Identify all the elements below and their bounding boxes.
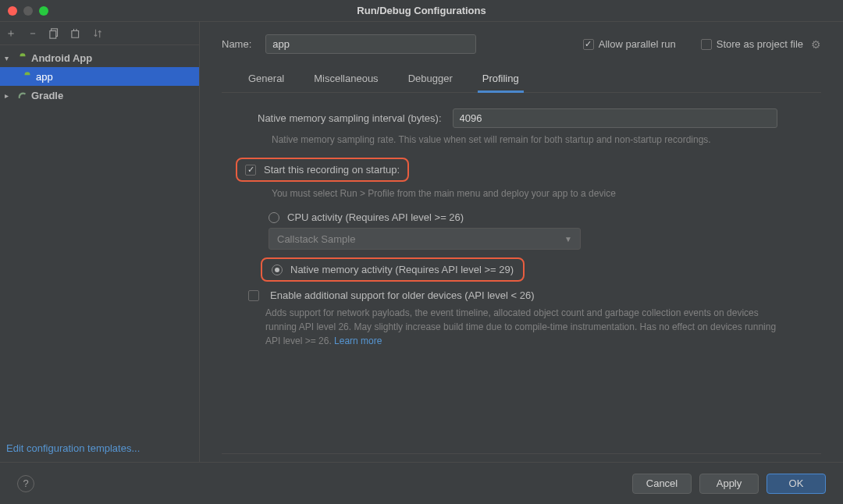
sort-config-icon[interactable] <box>92 27 105 40</box>
radio-cpu-label: CPU activity (Requires API level >= 26) <box>287 211 464 223</box>
sampling-hint: Native memory sampling rate. This value … <box>272 133 777 147</box>
learn-more-link[interactable]: Learn more <box>334 335 382 346</box>
gear-icon[interactable]: ⚙ <box>811 38 821 51</box>
radio-native-label: Native memory activity (Requires API lev… <box>290 264 514 275</box>
apply-button[interactable]: Apply <box>699 474 759 494</box>
checkbox-checked-icon <box>583 39 594 50</box>
store-project-checkbox[interactable]: Store as project file ⚙ <box>701 38 821 51</box>
sampling-interval-input[interactable] <box>453 108 777 128</box>
save-config-icon[interactable] <box>70 27 83 40</box>
chevron-down-icon: ▼ <box>564 235 572 243</box>
svg-rect-1 <box>50 30 56 38</box>
tree-item-label: Android App <box>31 52 92 64</box>
android-icon <box>17 52 28 63</box>
minimize-window-icon <box>23 6 33 16</box>
tree-item-android-app[interactable]: ▾ Android App <box>0 48 199 67</box>
checkbox-icon <box>701 39 712 50</box>
configurations-dialog: Run/Debug Configurations ＋ － ▾ <box>0 0 843 504</box>
tree-item-gradle[interactable]: ▸ Gradle <box>0 86 199 105</box>
remove-config-icon[interactable]: － <box>27 27 39 40</box>
config-tree: ▾ Android App app ▸ <box>0 45 199 435</box>
tab-profiling[interactable]: Profiling <box>478 65 524 92</box>
window-title: Run/Debug Configurations <box>0 5 843 16</box>
cancel-button[interactable]: Cancel <box>632 474 692 494</box>
enable-older-label: Enable additional support for older devi… <box>270 289 535 301</box>
android-icon <box>22 71 33 82</box>
sidebar-toolbar: ＋ － <box>0 22 199 45</box>
tree-item-app[interactable]: app <box>0 67 199 86</box>
tab-general[interactable]: General <box>244 65 289 92</box>
maximize-window-icon[interactable] <box>39 6 48 16</box>
tree-item-label: app <box>36 71 53 83</box>
chevron-right-icon: ▸ <box>5 91 14 100</box>
tab-bar: General Miscellaneous Debugger Profiling <box>222 65 821 93</box>
start-recording-hint: You must select Run > Profile from the m… <box>272 186 777 201</box>
radio-cpu-activity[interactable]: CPU activity (Requires API level >= 26) <box>269 211 777 223</box>
allow-parallel-checkbox[interactable]: Allow parallel run <box>583 38 676 50</box>
sampling-interval-label: Native memory sampling interval (bytes): <box>258 112 442 124</box>
name-input[interactable] <box>265 34 476 54</box>
start-recording-label: Start this recording on startup: <box>264 164 400 176</box>
main-panel: Name: Allow parallel run Store as projec… <box>200 22 843 462</box>
enable-older-checkbox[interactable] <box>248 290 259 301</box>
tab-debugger[interactable]: Debugger <box>404 65 457 92</box>
tree-item-label: Gradle <box>31 90 63 101</box>
help-button[interactable]: ? <box>17 475 34 492</box>
profiling-content: Native memory sampling interval (bytes):… <box>222 93 821 454</box>
radio-native-memory[interactable] <box>272 264 283 275</box>
select-value: Callstack Sample <box>277 233 355 245</box>
dialog-footer: ? Cancel Apply OK <box>0 462 843 504</box>
tab-miscellaneous[interactable]: Miscellaneous <box>309 65 382 92</box>
titlebar: Run/Debug Configurations <box>0 0 843 22</box>
edit-templates-link[interactable]: Edit configuration templates... <box>6 442 140 454</box>
window-controls <box>0 6 48 16</box>
add-config-icon[interactable]: ＋ <box>5 27 17 40</box>
sidebar: ＋ － ▾ Android App <box>0 22 200 462</box>
highlight-native-memory: Native memory activity (Requires API lev… <box>261 257 525 282</box>
gradle-icon <box>17 90 28 101</box>
store-project-label: Store as project file <box>717 38 803 50</box>
ok-button[interactable]: OK <box>767 474 826 494</box>
radio-unchecked-icon <box>269 212 279 223</box>
cpu-profile-select: Callstack Sample ▼ <box>269 228 581 250</box>
close-window-icon[interactable] <box>8 6 17 16</box>
allow-parallel-label: Allow parallel run <box>599 38 676 50</box>
copy-config-icon[interactable] <box>48 27 61 40</box>
name-label: Name: <box>222 38 251 50</box>
chevron-down-icon: ▾ <box>5 54 14 62</box>
start-recording-checkbox[interactable] <box>245 165 256 176</box>
highlight-start-recording: Start this recording on startup: <box>236 158 409 182</box>
